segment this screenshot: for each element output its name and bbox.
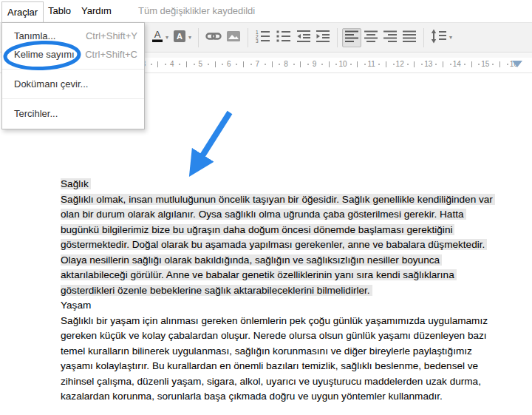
ruler-tick [165, 64, 166, 65]
doc-line: aktarılabileceği görülür. Anne ve babala… [61, 268, 495, 283]
toolbar-separator [337, 28, 338, 47]
doc-line-text: gereken küçük ve kolay çabalardan oluşur… [61, 330, 487, 341]
svg-text:3: 3 [256, 38, 259, 43]
highlight-color-button[interactable]: A ▾ [171, 28, 194, 47]
doc-line: bugünkü bilgilerimiz bize bu uğraşın dah… [61, 223, 495, 238]
ruler-tick [222, 64, 223, 65]
menu-bar: Araçlar Tablo Yardım Tüm değişiklikler k… [0, 0, 532, 22]
ruler-tick [250, 64, 252, 65]
doc-line: Yaşam [61, 298, 495, 314]
ruler-tick [421, 64, 423, 65]
doc-line: yaşamı kolaylaştırır. Bu kurallardan en … [61, 359, 495, 374]
doc-line-text: Olaya nesillerin sağlığı olarak bakıldığ… [61, 254, 442, 266]
ruler-number: 14 [453, 60, 461, 68]
increase-indent-button[interactable] [313, 28, 332, 47]
doc-line-text: Sağlıklı bir yaşam için alınması gereken… [61, 315, 488, 326]
doc-line: kazalardan korunma, sorunlarla başa çıkm… [61, 389, 495, 405]
tools-dropdown-menu: Tanımla... Ctrl+Shift+Y Kelime sayımı Ct… [1, 22, 145, 129]
chevron-down-icon: ▾ [449, 34, 452, 41]
doc-line-text: olan bir durum olarak algılanır. Oysa sa… [61, 209, 466, 220]
menu-item-shortcut: Ctrl+Shift+C [85, 45, 137, 64]
toolbar-separator [423, 28, 424, 47]
doc-line: Sağlık [61, 177, 495, 192]
menu-tools[interactable]: Araçlar [1, 1, 44, 23]
doc-line-text: göstermektedir. Doğal olarak bu aşamada … [61, 239, 487, 250]
doc-line-text: bugünkü bilgilerimiz bize bu uğraşın dah… [61, 224, 454, 235]
menu-help[interactable]: Yardım [78, 0, 115, 22]
line-spacing-button[interactable]: ▾ [429, 28, 454, 47]
ruler-tick [357, 61, 358, 67]
ruler-number: 7 [256, 60, 260, 68]
doc-line-text: temel kuralların bilinerek uygulanması, … [61, 345, 472, 357]
ruler-tick [157, 61, 158, 67]
ruler-tick [450, 64, 451, 65]
ruler-tick [194, 64, 195, 65]
menu-table[interactable]: Tablo [45, 0, 74, 22]
align-center-icon [364, 29, 378, 47]
justify-icon [402, 29, 417, 47]
ruler-tick [507, 64, 508, 65]
justify-button[interactable] [400, 28, 419, 47]
insert-image-button[interactable] [224, 28, 243, 47]
bulleted-list-button[interactable] [273, 28, 294, 47]
insert-image-icon [226, 29, 241, 47]
ruler-tick [471, 61, 472, 67]
doc-line-text: Yaşam [61, 300, 91, 311]
decrease-indent-button[interactable] [294, 28, 313, 47]
ruler-number: 8 [284, 60, 288, 68]
ruler-tick [492, 64, 494, 65]
doc-line: göstermektedir. Doğal olarak bu aşamada … [61, 237, 495, 253]
ruler-tick [208, 64, 209, 65]
insert-link-button[interactable] [203, 28, 224, 47]
document-text: SağlıkSağlıklı olmak, insan mutluluğunun… [61, 177, 495, 405]
ruler-tick [414, 61, 415, 67]
ruler-number: 5 [199, 60, 203, 68]
ruler-tick [236, 64, 237, 65]
ruler-tick [478, 64, 480, 65]
doc-line: Sağlıklı olmak, insan mutluluğunun öncel… [61, 192, 495, 208]
ruler-tick [364, 64, 366, 65]
align-right-icon [383, 29, 398, 47]
right-indent-marker[interactable] [512, 61, 522, 67]
text-color-button[interactable]: A ▾ [149, 28, 171, 47]
numbered-list-icon: 123 [255, 29, 271, 47]
ruler-tick [272, 61, 273, 67]
ruler-number: 13 [424, 60, 432, 68]
menu-separator [2, 69, 144, 70]
ruler-tick [151, 64, 152, 65]
ruler-tick [321, 64, 323, 65]
align-left-button[interactable] [342, 28, 361, 47]
doc-line-text: Sağlıklı olmak, insan mutluluğunun öncel… [61, 194, 495, 205]
decrease-indent-icon [296, 29, 311, 47]
chevron-down-icon: ▾ [166, 34, 168, 41]
ruler-tick [393, 64, 395, 65]
ruler-tick [350, 64, 352, 65]
ruler-tick [335, 64, 337, 65]
doc-line-text: yaşamı kolaylaştırır. Bu kurallardan en … [61, 360, 478, 371]
ruler-tick [407, 64, 409, 65]
menu-item-word-count[interactable]: Kelime sayımı Ctrl+Shift+C [2, 45, 144, 64]
menu-item-preferences[interactable]: Tercihler... [2, 104, 144, 123]
ruler-tick [386, 61, 386, 67]
doc-line-text: aktarılabileceği görülür. Anne ve babala… [61, 269, 457, 280]
doc-line: temel kuralların bilinerek uygulanması, … [61, 344, 495, 360]
doc-line: Olaya nesillerin sağlığı olarak bakıldığ… [61, 253, 495, 269]
numbered-list-button[interactable]: 123 [253, 28, 273, 47]
menu-separator [2, 98, 144, 99]
ruler-tick [279, 64, 280, 65]
ruler-number: 12 [396, 60, 404, 68]
menu-item-define[interactable]: Tanımla... Ctrl+Shift+Y [2, 27, 144, 45]
increase-indent-icon [316, 29, 330, 47]
ruler-tick [378, 64, 380, 65]
ruler-tick [443, 61, 443, 67]
ruler-number: 15 [481, 60, 489, 68]
align-center-button[interactable] [361, 28, 381, 47]
highlight-color-icon: A [173, 30, 186, 46]
svg-text:A: A [177, 32, 183, 41]
doc-line: gereken küçük ve kolay çabalardan oluşur… [61, 328, 495, 344]
ruler-tick [435, 64, 437, 65]
menu-item-translate-document[interactable]: Dokümanı çevir... [2, 75, 144, 93]
align-right-button[interactable] [381, 28, 400, 47]
doc-line: zihinsel çalışma, düzenli yaşam, sigara,… [61, 374, 495, 390]
doc-line: Sağlıklı bir yaşam için alınması gereken… [61, 314, 495, 329]
